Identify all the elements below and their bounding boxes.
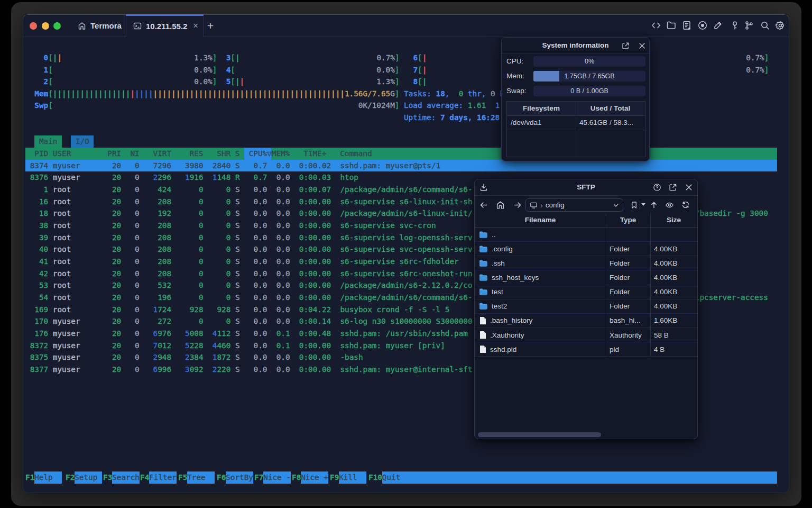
traffic-light-minimize[interactable] (42, 22, 49, 30)
sftp-file-row[interactable]: test2Folder4.00KB (475, 300, 697, 314)
traffic-light-close[interactable] (30, 22, 37, 30)
sftp-table-header: FilenameTypeSize (475, 213, 697, 228)
tab-label: Termora (90, 21, 122, 30)
fkey-label[interactable]: Filter (149, 471, 177, 484)
process-row: 8374 myuser 20 0 7296 3980 2840 S 0.7 0.… (25, 160, 440, 172)
fkey-f7[interactable]: F7 (254, 471, 263, 484)
sftp-file-row[interactable]: .XauthorityXauthority58 B (475, 328, 697, 342)
tab-termora-home[interactable]: Termora (78, 14, 122, 37)
fkey-f9[interactable]: F9 (330, 471, 339, 484)
help-icon[interactable] (653, 183, 661, 192)
tab-close-icon[interactable]: × (193, 21, 198, 31)
back-icon[interactable] (479, 201, 488, 210)
bookmark-icon[interactable] (630, 201, 638, 209)
sftp-column-header-size[interactable]: Size (650, 213, 697, 227)
file-cell: ssh_host_keys (475, 274, 606, 282)
tab-ssh-session[interactable]: 10.211.55.2× (126, 14, 203, 38)
mem-meter-line: Mem[||||||||||||||||||||||||||||||||||||… (25, 88, 504, 100)
fkey-label[interactable]: Quit (382, 471, 401, 484)
fs-table-column-separator (576, 102, 576, 157)
process-table-header: PID USER PRI NI VIRT RES SHR S CPU%▽MEM%… (25, 148, 372, 160)
file-name: .ssh (492, 259, 505, 267)
process-row: 8375 myuser 20 0 2948 2384 1872 S 0.0 0.… (25, 351, 363, 364)
open-in-window-icon[interactable] (622, 42, 630, 50)
screen: 0[|| 1.3%] 3[| 0.7%] 6[| 0.7%] 1[ 0.0% (0, 0, 812, 508)
process-row: 54 root 20 0 196 0 0 S 0.0 0.0 0:00.00 /… (25, 292, 473, 304)
file-cell: .ssh (475, 259, 606, 267)
computer-icon (530, 201, 538, 209)
sftp-file-row[interactable]: testFolder4.00KB (475, 285, 697, 300)
file-icon (479, 331, 486, 339)
sftp-column-header-type[interactable]: Type (606, 213, 650, 227)
process-row: 18 root 20 0 192 0 0 S 0.0 0.0 0:00.00 /… (25, 207, 473, 220)
sftp-column-header-filename[interactable]: Filename (475, 213, 606, 227)
file-cell: .. (475, 231, 606, 239)
fkey-f10[interactable]: F10 (368, 471, 382, 484)
sftp-file-row[interactable]: .bash_historybash_hi...1.60KB (475, 314, 697, 328)
htop-tab-main[interactable]: Main (39, 137, 58, 146)
fkey-f5[interactable]: F5 (178, 471, 187, 484)
up-icon[interactable] (650, 201, 658, 209)
fkey-f8[interactable]: F8 (292, 471, 301, 484)
forward-icon[interactable] (513, 201, 522, 210)
sftp-file-row[interactable]: .. (475, 228, 697, 242)
fkey-label[interactable]: Search (112, 471, 140, 484)
fkey-label[interactable]: Kill (339, 471, 357, 484)
traffic-light-zoom[interactable] (53, 22, 61, 30)
sftp-title-divider (475, 195, 697, 196)
fkey-f2[interactable]: F2 (66, 471, 75, 484)
sftp-file-row[interactable]: ssh_host_keysFolder4.00KB (475, 270, 697, 285)
close-icon[interactable] (685, 183, 693, 192)
horizontal-scrollbar-thumb[interactable] (478, 432, 601, 437)
htop-tab-io[interactable]: I/O (76, 137, 89, 146)
new-tab-button[interactable]: + (204, 20, 217, 32)
fkey-label-bg (382, 471, 777, 484)
fkey-label[interactable]: SortBy (226, 471, 253, 484)
process-row: 16 root 20 0 208 0 0 S 0.0 0.0 0:00.00 s… (25, 196, 473, 208)
fkey-label[interactable]: Tree (187, 471, 206, 484)
file-cell: .bash_history (475, 316, 606, 325)
refresh-icon[interactable] (681, 201, 690, 209)
sftp-file-row[interactable]: .configFolder4.00KB (475, 242, 697, 256)
file-cell: .Xauthority (475, 331, 606, 339)
open-in-window-icon[interactable] (669, 183, 677, 192)
process-row: 53 root 20 0 532 0 0 S 0.0 0.0 0:00.00 /… (25, 279, 473, 292)
fkey-f6[interactable]: F6 (217, 471, 226, 484)
process-row: 8372 myuser 20 0 7012 5228 4460 S 0.0 0.… (25, 340, 445, 352)
fkey-f3[interactable]: F3 (103, 471, 112, 484)
fkey-label[interactable]: Setup (75, 471, 97, 484)
cpu-meter-line: 1[ 0.0%] 4[ 0.0%] 7[| 0.7%] (25, 64, 769, 76)
home-icon[interactable] (496, 201, 505, 210)
process-row: 8376 myuser 20 0 2296 1916 1148 R 0.7 0.… (25, 171, 358, 184)
file-size: 4.00KB (650, 288, 697, 296)
chevron-down-icon[interactable] (612, 202, 620, 209)
file-type: Folder (606, 302, 650, 310)
path-breadcrumb-box[interactable]: ›config (525, 198, 623, 212)
sysinfo-meter-label: Swap: (506, 87, 527, 95)
file-cell: test2 (475, 302, 606, 310)
file-type: Xauthority (606, 331, 650, 339)
file-type: Folder (606, 245, 650, 253)
fkey-f1[interactable]: F1 (25, 471, 34, 484)
fs-table-cell: 45.61GB / 58.3... (576, 116, 645, 130)
fkey-label[interactable]: Nice - (263, 471, 291, 484)
fkey-label[interactable]: Nice + (301, 471, 328, 484)
process-row: 169 root 20 0 1724 928 928 S 0.0 0.0 0:0… (25, 304, 449, 316)
sysinfo-meter-label: Mem: (506, 72, 524, 80)
eye-icon[interactable] (665, 201, 674, 210)
file-type: bash_hi... (606, 316, 650, 324)
sftp-file-row[interactable]: .sshFolder4.00KB (475, 256, 697, 270)
fkey-label[interactable]: Help (34, 471, 53, 484)
folder-icon (479, 288, 488, 296)
sftp-file-row[interactable]: sshd.pidpid4 B (475, 342, 697, 357)
file-name: .Xauthority (490, 331, 524, 339)
terminal-icon (133, 22, 142, 30)
fkey-f4[interactable]: F4 (140, 471, 149, 484)
close-icon[interactable] (638, 42, 646, 50)
bookmark-dropdown-icon[interactable] (641, 203, 645, 206)
process-row: 42 root 20 0 208 0 0 S 0.0 0.0 0:00.00 s… (25, 268, 473, 280)
process-row: 38 root 20 0 208 0 0 S 0.0 0.0 0:00.00 s… (25, 220, 436, 232)
bookmark-divider (640, 201, 640, 209)
command-tail-fragment: /basedir -g 3000 (695, 207, 768, 220)
file-icon (479, 345, 486, 353)
